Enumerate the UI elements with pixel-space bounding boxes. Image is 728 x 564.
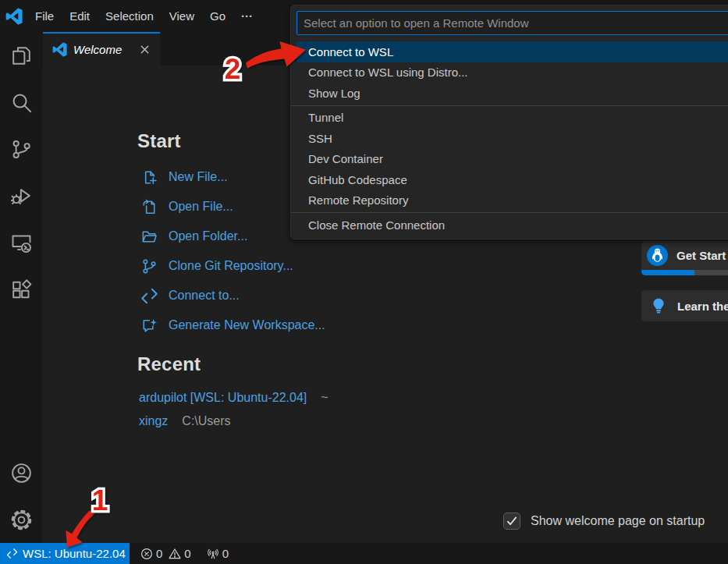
- start-item-clone-repo[interactable]: Clone Git Repository...: [140, 251, 325, 281]
- vscode-logo-icon: [52, 42, 67, 57]
- quick-pick-item-remote-repository[interactable]: Remote Repository: [297, 190, 728, 211]
- problems-status-item[interactable]: 0 0: [140, 547, 191, 560]
- remote-indicator[interactable]: WSL: Ubuntu-22.04: [0, 543, 130, 564]
- remote-explorer-icon[interactable]: [0, 219, 42, 266]
- quick-pick-item-connect-to-wsl[interactable]: Connect to WSL: [297, 41, 728, 62]
- checkmark-icon: [506, 515, 518, 527]
- menu-go[interactable]: Go: [202, 0, 233, 32]
- remote-indicator-label: WSL: Ubuntu-22.04: [23, 547, 126, 560]
- recent-heading: Recent: [137, 353, 201, 375]
- walkthrough-card-title: Learn the: [677, 300, 728, 313]
- tab-welcome[interactable]: Welcome: [43, 32, 160, 66]
- error-count: 0: [156, 547, 162, 560]
- menu-selection[interactable]: Selection: [98, 0, 162, 32]
- recent-item-link[interactable]: ardupilot [WSL: Ubuntu-22.04]: [139, 391, 307, 405]
- start-item-label: Open File...: [169, 200, 233, 214]
- start-item-generate-workspace[interactable]: Generate New Workspace...: [140, 310, 325, 340]
- activity-bar-spacer: [0, 313, 42, 449]
- remote-quick-pick: Select an option to open a Remote Window…: [290, 5, 728, 239]
- activity-bar: [0, 32, 42, 543]
- recent-list: ardupilot [WSL: Ubuntu-22.04] ~ xingz C:…: [139, 386, 328, 433]
- quick-pick-item-close-remote-connection[interactable]: Close Remote Connection: [297, 215, 728, 236]
- extensions-icon[interactable]: [0, 266, 42, 313]
- start-item-label: Generate New Workspace...: [169, 318, 325, 332]
- start-heading: Start: [137, 130, 181, 152]
- walkthrough-card-title: Get Start: [677, 249, 726, 262]
- walkthrough-progress-fill: [641, 270, 694, 275]
- wsl-penguin-icon: [647, 245, 668, 266]
- warning-count: 0: [184, 547, 190, 560]
- menu-edit[interactable]: Edit: [62, 0, 98, 32]
- accounts-icon[interactable]: [0, 449, 42, 496]
- source-control-icon[interactable]: [0, 126, 42, 172]
- menu-bar: File Edit Selection View Go ···: [27, 0, 261, 32]
- walkthrough-progress-bar: [641, 270, 728, 275]
- show-welcome-checkbox[interactable]: [503, 513, 520, 530]
- search-icon[interactable]: [0, 79, 42, 126]
- quick-pick-separator: [291, 105, 728, 106]
- run-and-debug-icon[interactable]: [0, 172, 42, 219]
- menu-file[interactable]: File: [27, 0, 62, 32]
- quick-pick-placeholder: Select an option to open a Remote Window: [304, 16, 529, 30]
- start-item-label: Open Folder...: [169, 229, 247, 243]
- remote-icon: [6, 548, 18, 559]
- ports-count: 0: [222, 547, 229, 560]
- warning-icon: [169, 548, 181, 560]
- start-item-label: Connect to...: [169, 289, 240, 303]
- open-folder-icon: [140, 228, 158, 246]
- start-item-label: Clone Git Repository...: [169, 259, 293, 273]
- annotation-number-1: 1: [92, 484, 108, 516]
- menu-view[interactable]: View: [162, 0, 202, 32]
- recent-item: xingz C:\Users: [139, 410, 328, 433]
- radio-tower-icon: [207, 548, 219, 560]
- quick-pick-separator: [291, 212, 728, 213]
- recent-item-path: ~: [321, 391, 328, 405]
- show-welcome-checkbox-label: Show welcome page on startup: [531, 514, 705, 528]
- start-item-connect-to[interactable]: Connect to...: [140, 281, 325, 310]
- quick-pick-list: Connect to WSL Connect to WSL using Dist…: [297, 41, 728, 236]
- explorer-icon[interactable]: [0, 32, 42, 79]
- quick-pick-item-github-codespace[interactable]: GitHub Codespace: [297, 169, 728, 190]
- walkthrough-card-learn[interactable]: Learn the: [641, 290, 728, 321]
- new-file-icon: [140, 168, 158, 186]
- tab-welcome-label: Welcome: [73, 43, 122, 56]
- tab-close-icon[interactable]: [138, 44, 151, 56]
- error-icon: [140, 548, 153, 560]
- quick-pick-item-show-log[interactable]: Show Log: [297, 83, 728, 104]
- vscode-logo-icon: [5, 8, 23, 25]
- remote-icon: [140, 287, 158, 305]
- start-item-label: New File...: [169, 170, 228, 184]
- clone-repo-icon: [140, 257, 158, 275]
- walkthrough-card-get-started[interactable]: Get Start: [641, 241, 728, 275]
- quick-pick-item-ssh[interactable]: SSH: [297, 128, 728, 149]
- menu-more-icon[interactable]: ···: [233, 0, 261, 32]
- quick-pick-item-tunnel[interactable]: Tunnel: [297, 108, 728, 129]
- annotation-arrow-1: [66, 511, 94, 548]
- open-file-icon: [140, 198, 158, 216]
- quick-pick-item-connect-to-wsl-using-distro[interactable]: Connect to WSL using Distro...: [297, 62, 728, 83]
- vscode-window: File Edit Selection View Go ···: [0, 0, 728, 564]
- recent-item: ardupilot [WSL: Ubuntu-22.04] ~: [139, 386, 328, 410]
- recent-item-path: C:\Users: [182, 414, 230, 428]
- quick-pick-input[interactable]: Select an option to open a Remote Window: [297, 11, 728, 35]
- ports-status-item[interactable]: 0: [207, 547, 229, 560]
- lightbulb-icon: [650, 297, 667, 314]
- recent-item-link[interactable]: xingz: [139, 414, 168, 428]
- show-welcome-checkbox-row: Show welcome page on startup: [503, 513, 705, 530]
- settings-gear-icon[interactable]: [0, 496, 42, 543]
- quick-pick-item-dev-container[interactable]: Dev Container: [297, 149, 728, 170]
- new-workspace-icon: [140, 317, 158, 335]
- status-bar: WSL: Ubuntu-22.04 0 0 0: [0, 543, 728, 564]
